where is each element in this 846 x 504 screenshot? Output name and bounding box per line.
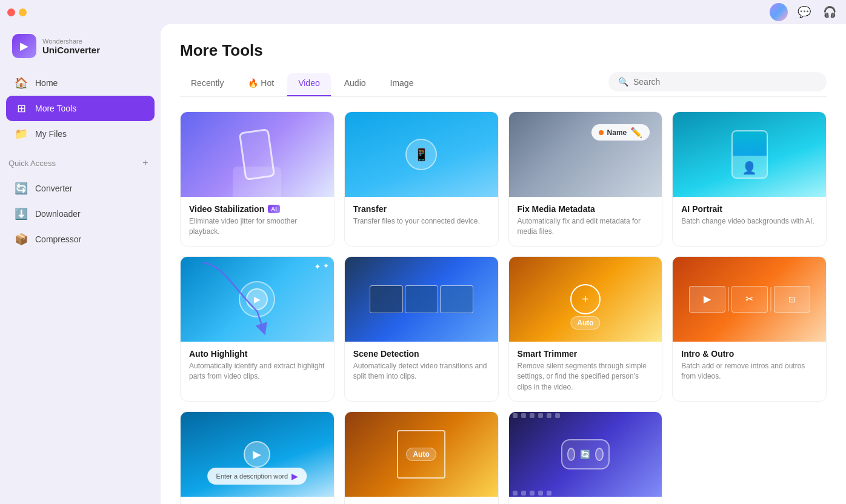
- quick-access-add-button[interactable]: +: [139, 156, 152, 170]
- tool-info-video-stabilization: Video Stabilization AI Eliminate video j…: [181, 197, 334, 246]
- downloader-icon: ⬇️: [15, 207, 28, 220]
- tool-thumb-vr-converter: 🔄: [509, 412, 662, 497]
- search-area: 🔍: [608, 72, 827, 91]
- film-strips-decoration: ▶ ✂ ⊡: [673, 257, 826, 342]
- ai-badge: AI: [268, 205, 280, 213]
- close-button[interactable]: [7, 8, 15, 16]
- tool-name-ai-portrait: AI Portrait: [681, 204, 818, 214]
- tool-card-auto-crop[interactable]: Auto Auto Crop Automatically resize vide…: [344, 411, 499, 504]
- description-bar-decoration: Enter a description word ▶: [208, 468, 307, 485]
- logo-brand: Wondershare: [42, 38, 100, 45]
- crosshair-decoration: [570, 284, 601, 314]
- quick-access-header: Quick Access +: [0, 149, 161, 173]
- search-icon: 🔍: [618, 77, 628, 87]
- tool-info-auto-highlight: Auto Highlight Automatically identify an…: [181, 342, 334, 391]
- tool-thumb-auto-crop: Auto: [345, 412, 498, 497]
- logo-icon: ▶: [12, 34, 36, 58]
- home-icon: 🏠: [15, 76, 28, 90]
- tool-info-auto-crop: Auto Crop Automatically resize video for…: [345, 497, 498, 504]
- tool-card-script-generator[interactable]: ▶ Enter a description word ▶ Script Gene…: [180, 411, 335, 504]
- tool-info-intro-outro: Intro & Outro Batch add or remove intros…: [673, 342, 826, 391]
- tools-icon: ⊞: [15, 102, 28, 115]
- search-input[interactable]: [633, 77, 817, 87]
- tool-name-auto-highlight: Auto Highlight: [189, 349, 325, 359]
- tool-name-fix-media-metadata: Fix Media Metadata: [518, 204, 654, 214]
- tool-card-scene-detection[interactable]: Scene Detection Automatically detect vid…: [344, 256, 499, 402]
- tool-thumb-script-generator: ▶ Enter a description word ▶: [181, 412, 334, 497]
- tool-name-intro-outro: Intro & Outro: [681, 349, 818, 359]
- play-icon-decoration: ▶: [244, 441, 270, 468]
- avatar[interactable]: [770, 3, 788, 21]
- sidebar-item-label: Downloader: [35, 209, 81, 219]
- tool-info-script-generator: Script Generator AI Turn ideas into read…: [181, 497, 334, 504]
- tools-grid: Video Stabilization AI Eliminate video j…: [180, 111, 827, 504]
- tool-thumb-transfer: 📱: [345, 112, 498, 197]
- tab-hot[interactable]: 🔥 Hot: [237, 73, 285, 96]
- tool-card-auto-highlight[interactable]: ▶ ✦✦: [180, 256, 335, 402]
- tool-thumb-smart-trimmer: Auto: [509, 257, 662, 342]
- tool-desc-video-stabilization: Eliminate video jitter for smoother play…: [189, 216, 325, 237]
- tool-info-vr-converter: VR Converter Convert videos to VR and en…: [509, 497, 662, 504]
- tool-card-transfer[interactable]: 📱 Transfer Transfer files to your connec…: [344, 111, 499, 247]
- logo-text: Wondershare UniConverter: [42, 38, 100, 55]
- sidebar-item-downloader[interactable]: ⬇️ Downloader: [6, 201, 155, 227]
- titlebar: 💬 🎧: [0, 0, 846, 24]
- sidebar-item-converter[interactable]: 🔄 Converter: [6, 176, 155, 201]
- sidebar-item-label: Converter: [35, 184, 72, 193]
- scene-strips-decoration: [345, 257, 498, 342]
- tool-thumb-scene-detection: [345, 257, 498, 342]
- tool-card-ai-portrait[interactable]: 👤 AI Portrait Batch change video backgro…: [672, 111, 827, 247]
- tool-card-vr-converter[interactable]: 🔄: [508, 411, 663, 504]
- chat-icon[interactable]: 💬: [795, 3, 813, 21]
- sidebar-nav: 🏠 Home ⊞ More Tools 📁 My Files: [0, 68, 161, 149]
- tool-name-smart-trimmer: Smart Trimmer: [518, 349, 654, 359]
- tool-info-smart-trimmer: Smart Trimmer Remove silent segments thr…: [509, 342, 662, 401]
- sidebar-item-label: Compressor: [35, 234, 81, 244]
- tool-thumb-intro-outro: ▶ ✂ ⊡: [673, 257, 826, 342]
- sidebar-item-compressor[interactable]: 📦 Compressor: [6, 227, 155, 252]
- tool-name-scene-detection: Scene Detection: [353, 349, 490, 359]
- tool-info-fix-media-metadata: Fix Media Metadata Automatically fix and…: [509, 197, 662, 246]
- sidebar-item-more-tools[interactable]: ⊞ More Tools: [6, 96, 155, 121]
- sidebar-item-label: My Files: [35, 129, 67, 139]
- window-controls: [7, 8, 27, 16]
- page-title: More Tools: [180, 41, 827, 60]
- search-box[interactable]: 🔍: [608, 72, 827, 91]
- sidebar-item-home[interactable]: 🏠 Home: [6, 70, 155, 96]
- tool-desc-auto-highlight: Automatically identify and extract highl…: [189, 361, 325, 382]
- headphone-icon[interactable]: 🎧: [821, 3, 839, 21]
- tool-name-transfer: Transfer: [353, 204, 490, 214]
- tool-card-fix-media-metadata[interactable]: Name ✏️ Fix Media Metadata Automatically…: [508, 111, 663, 247]
- app-logo: ▶ Wondershare UniConverter: [0, 29, 161, 68]
- sidebar: ▶ Wondershare UniConverter 🏠 Home ⊞ More…: [0, 24, 161, 504]
- converter-icon: 🔄: [15, 182, 28, 195]
- tabs-bar: Recently 🔥 Hot Video Audio Image 🔍: [180, 72, 827, 97]
- tool-thumb-auto-highlight: ▶ ✦✦: [181, 257, 334, 342]
- tool-desc-ai-portrait: Batch change video backgrounds with AI.: [681, 216, 818, 227]
- tool-desc-smart-trimmer: Remove silent segments through simple se…: [518, 361, 654, 393]
- tab-audio[interactable]: Audio: [333, 73, 377, 96]
- tool-card-smart-trimmer[interactable]: Auto Smart Trimmer Remove silent segment…: [508, 256, 663, 402]
- sidebar-item-my-files[interactable]: 📁 My Files: [6, 121, 155, 147]
- tool-thumb-fix-media-metadata: Name ✏️: [509, 112, 662, 197]
- logo-app: UniConverter: [42, 45, 100, 55]
- quick-access-nav: 🔄 Converter ⬇️ Downloader 📦 Compressor: [0, 173, 161, 254]
- auto-label-decoration: Auto: [570, 316, 600, 330]
- tool-desc-fix-media-metadata: Automatically fix and edit metadata for …: [518, 216, 654, 237]
- name-tag-decoration: Name ✏️: [591, 124, 650, 141]
- tool-thumb-ai-portrait: 👤: [673, 112, 826, 197]
- tool-card-video-stabilization[interactable]: Video Stabilization AI Eliminate video j…: [180, 111, 335, 247]
- tab-video[interactable]: Video: [287, 73, 331, 96]
- tool-info-scene-detection: Scene Detection Automatically detect vid…: [345, 342, 498, 391]
- tab-recently[interactable]: Recently: [180, 73, 235, 96]
- sidebar-item-label: More Tools: [35, 104, 76, 113]
- tool-name-video-stabilization: Video Stabilization AI: [189, 204, 325, 214]
- tool-desc-scene-detection: Automatically detect video transitions a…: [353, 361, 490, 382]
- tool-desc-intro-outro: Batch add or remove intros and outros fr…: [681, 361, 818, 382]
- minimize-button[interactable]: [19, 8, 27, 16]
- tab-image[interactable]: Image: [379, 73, 425, 96]
- quick-access-label: Quick Access: [8, 159, 56, 168]
- tool-card-intro-outro[interactable]: ▶ ✂ ⊡ Intro & Outro Batch add or remove …: [672, 256, 827, 402]
- tool-info-transfer: Transfer Transfer files to your connecte…: [345, 197, 498, 235]
- main-content: More Tools Recently 🔥 Hot Video Audio Im…: [161, 24, 846, 504]
